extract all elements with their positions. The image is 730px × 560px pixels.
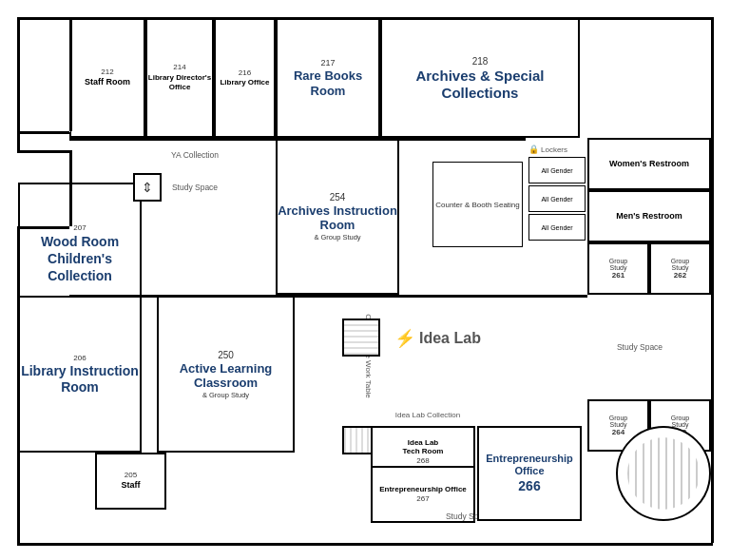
room-254: 254 Archives Instruction Room & Group St… (276, 138, 399, 295)
counter-booth: Counter & Booth Seating (432, 162, 523, 247)
room-262: Group Study 262 (649, 242, 711, 295)
lockers-label: 🔒 Lockers (528, 145, 586, 154)
room-205: 205 Staff (95, 453, 166, 510)
room-womens-restroom: Women's Restroom (587, 138, 711, 190)
room-216: 216 Library Office (214, 18, 276, 138)
ya-collection-label: YA Collection (147, 150, 242, 160)
locker-gender-3: All Gender (528, 214, 586, 241)
staircase-large (616, 426, 711, 521)
locker-gender-1: All Gender (528, 157, 586, 183)
room-217: 217 Rare Books Room (276, 18, 380, 138)
room-261: Group Study 261 (587, 242, 649, 295)
room-266: Entrepreneurship Office 266 (477, 426, 582, 521)
study-space-top-label: Study Space (147, 183, 242, 192)
elevator: ⇕ (133, 173, 162, 202)
room-mens-restroom: Men's Restroom (587, 190, 711, 242)
locker-gender-2: All Gender (528, 185, 586, 212)
lightning-icon: ⚡ (394, 328, 415, 349)
idea-lab-label: Idea Lab (419, 330, 481, 347)
room-206: 206 Library Instruction Room (18, 296, 142, 453)
idea-lab-area: ⚡ Idea Lab (394, 328, 481, 349)
study-space-right-label: Study Space (587, 342, 692, 352)
stairs-middle (342, 319, 380, 357)
idea-lab-collection-label: Idea Lab Collection (371, 411, 485, 419)
room-250: 250 Active Learning Classroom & Group St… (157, 296, 295, 453)
room-214: 214 Library Director's Office (145, 18, 214, 138)
elevator-icon: ⇕ (142, 180, 153, 195)
room-212: 212 Staff Room (69, 18, 145, 138)
floor-plan: 212 Staff Room 214 Library Director's Of… (0, 0, 730, 560)
room-218: 218 Archives & Special Collections (380, 18, 580, 138)
